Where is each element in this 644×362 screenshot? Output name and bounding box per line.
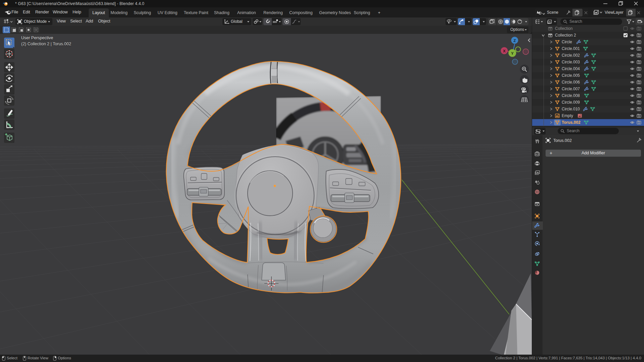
svg-text:Z: Z (513, 39, 516, 43)
svg-text:X: X (503, 49, 506, 53)
svg-text:Y: Y (511, 51, 514, 55)
